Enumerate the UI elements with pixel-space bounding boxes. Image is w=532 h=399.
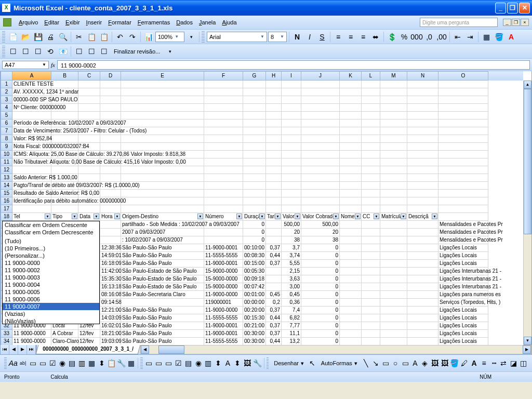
cell[interactable] (362, 283, 380, 291)
cell[interactable] (282, 158, 301, 166)
option-icon[interactable]: ◉ (58, 357, 67, 369)
sheet-tab[interactable]: 000000000_000000000_2007_3_3_1_ / (36, 345, 141, 354)
cell[interactable] (340, 252, 362, 260)
cell[interactable] (407, 127, 438, 135)
cell[interactable] (121, 112, 204, 119)
cell[interactable] (78, 104, 100, 112)
row-header[interactable]: 11 (1, 158, 12, 166)
cell[interactable]: 500,00 (301, 221, 340, 229)
cell[interactable] (380, 283, 407, 291)
cell[interactable] (362, 143, 380, 151)
cell[interactable]: 11-9000-0001 (204, 330, 243, 338)
row-header[interactable]: 1 (1, 81, 12, 88)
col-header-N[interactable]: N (407, 71, 438, 81)
cell[interactable]: 00:10:00 (243, 244, 266, 252)
cell[interactable] (204, 236, 243, 244)
menu-arquivo[interactable]: Arquivo (16, 18, 41, 26)
cell[interactable]: Serviços (Torpedos, Hits, ) (438, 299, 488, 307)
cell[interactable] (380, 119, 407, 127)
filter-arrow-icon[interactable]: ▼ (333, 214, 339, 219)
cell[interactable]: Ligações Locais (438, 314, 488, 322)
cell[interactable] (380, 151, 407, 158)
dropdown-item[interactable]: 11 9000-0007 (3, 303, 99, 310)
cell[interactable] (438, 135, 488, 143)
cell[interactable] (78, 166, 100, 174)
mdi-restore[interactable]: ❐ (512, 19, 520, 26)
label-icon[interactable]: Aa (9, 357, 18, 369)
minimize-button[interactable]: _ (495, 3, 506, 14)
cell[interactable] (282, 174, 301, 182)
menu-editar[interactable]: Editar (41, 18, 62, 26)
cell[interactable] (78, 205, 100, 213)
currency-icon[interactable]: 💲 (386, 31, 397, 43)
cell[interactable]: Hora▼ (100, 213, 121, 221)
control-icon[interactable]: ◉ (194, 357, 203, 369)
cell[interactable] (243, 119, 266, 127)
cell[interactable] (282, 205, 301, 213)
cell[interactable] (362, 88, 380, 96)
cell[interactable] (407, 135, 438, 143)
col-header-K[interactable]: K (340, 71, 362, 81)
cell[interactable]: 38 (301, 236, 340, 244)
cell[interactable] (282, 182, 301, 190)
cell[interactable] (340, 268, 362, 275)
cell[interactable] (266, 283, 282, 291)
cell[interactable] (100, 104, 121, 112)
cell[interactable]: 00:20:00 (243, 307, 266, 314)
cell[interactable]: Ligações Locais (438, 244, 488, 252)
filter-arrow-icon[interactable]: ▼ (374, 214, 379, 219)
cell[interactable]: Não Tributavel: Alíquota: 0,00 Base de C… (12, 158, 51, 166)
cell[interactable] (380, 205, 407, 213)
mdi-minimize[interactable]: _ (503, 19, 511, 26)
cell[interactable]: Valor: R$ 952,84 (12, 135, 51, 143)
cell[interactable] (12, 205, 51, 213)
cell[interactable] (100, 81, 121, 88)
cell[interactable]: 11-5555-5555 (204, 338, 243, 345)
cell[interactable]: 12/fev (78, 338, 100, 345)
cell[interactable] (301, 143, 340, 151)
cell[interactable] (340, 81, 362, 88)
cell[interactable] (438, 158, 488, 166)
filter-arrow-icon[interactable]: ▼ (432, 214, 437, 219)
cell[interactable]: 20 (282, 229, 301, 236)
textbox-icon[interactable]: ▭ (401, 357, 410, 369)
cell[interactable]: 00:15:30 (243, 314, 266, 322)
align-right-icon[interactable]: ≡ (357, 31, 369, 43)
name-box[interactable]: A47▼ (2, 61, 49, 69)
scroll-right-button[interactable]: ▶ (523, 345, 531, 354)
cell[interactable]: Claro-Claro (51, 338, 78, 345)
cell[interactable] (362, 314, 380, 322)
cell[interactable] (340, 260, 362, 268)
print-icon[interactable]: 🖨 (45, 31, 56, 43)
cell[interactable]: 00:21:00 (243, 322, 266, 330)
cell[interactable]: 11-5555-5555 (204, 314, 243, 322)
horizontal-scrollbar[interactable]: ◀ ▶ (140, 345, 531, 354)
underline-icon[interactable]: S (316, 31, 328, 43)
menu-exibir[interactable]: Exibir (62, 18, 83, 26)
cell[interactable]: Número▼ (204, 213, 243, 221)
cell[interactable]: partilhado - Sob Medida : 10/02/2007 a 0… (121, 221, 204, 229)
button-icon[interactable]: ▭ (38, 357, 47, 369)
cell[interactable] (243, 197, 266, 205)
cell[interactable] (362, 244, 380, 252)
cell[interactable]: 08:16:08 (100, 291, 121, 299)
cell[interactable] (362, 190, 380, 197)
cell[interactable] (204, 127, 243, 135)
cell[interactable] (301, 104, 340, 112)
cell[interactable]: 3,00 (282, 283, 301, 291)
cell[interactable] (243, 112, 266, 119)
cell[interactable] (340, 88, 362, 96)
formula-input[interactable]: 11 9000-0002 (57, 60, 530, 70)
control-icon[interactable]: 🖼 (243, 357, 252, 369)
cell[interactable] (340, 322, 362, 330)
cell[interactable] (243, 143, 266, 151)
cell[interactable]: AV. XXXXXX, 1234 1º andar (12, 88, 51, 96)
cell[interactable]: 7,4 (282, 307, 301, 314)
cell[interactable] (204, 182, 243, 190)
cell[interactable]: 0 (301, 338, 340, 345)
cell[interactable]: 3,7 (282, 244, 301, 252)
cell[interactable]: 0 (301, 283, 340, 291)
cell[interactable] (438, 174, 488, 182)
cell[interactable]: Tel▼ (12, 213, 51, 221)
cell[interactable]: 00000-000 SP SAO PAULO (12, 96, 51, 104)
